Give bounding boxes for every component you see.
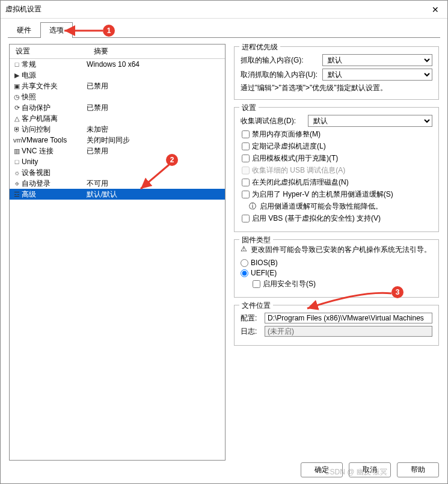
list-item[interactable]: ⛨访问控制未加密 — [10, 124, 225, 135]
chk-secureboot[interactable] — [253, 280, 260, 288]
item-name: 自动登录 — [20, 179, 87, 189]
settings-window: 虚拟机设置 ✕ 硬件 选项 设置 摘要 □常规Windows 10 x64▶电源… — [0, 0, 448, 484]
group-settings: 设置 收集调试信息(D): 默认 禁用内存页面修整(M) 定期记录虚拟机进度(L… — [234, 107, 439, 232]
list-item[interactable]: ◷快照 — [10, 91, 225, 102]
info-icon: ⓘ — [249, 201, 256, 212]
list-item[interactable]: ☼设备视图 — [10, 167, 225, 178]
label-debug: 收集调试信息(D): — [241, 116, 304, 126]
item-icon: □ — [10, 61, 20, 68]
item-summary: Windows 10 x64 — [87, 60, 225, 69]
chk-log[interactable] — [242, 142, 250, 150]
item-icon: ☲ — [10, 191, 20, 198]
item-icon: △ — [10, 115, 20, 123]
chk-template[interactable] — [242, 155, 250, 162]
chk-memtrim[interactable] — [242, 130, 250, 138]
group-priority-title: 进程优先级 — [239, 44, 280, 52]
item-summary: 默认/默认 — [87, 189, 225, 200]
chk-usb — [242, 167, 250, 174]
list-item[interactable]: ⟳自动保护已禁用 — [10, 102, 225, 113]
group-firmware: 固件类型 ⚠更改固件可能会导致已安装的客户机操作系统无法引导。 BIOS(B) … — [234, 239, 439, 298]
item-icon: ⛨ — [10, 126, 20, 133]
item-name: 快照 — [20, 92, 87, 102]
item-summary: 关闭时间同步 — [87, 135, 225, 146]
radio-uefi[interactable] — [241, 269, 248, 277]
item-summary: 未加密 — [87, 124, 225, 135]
item-name: 共享文件夹 — [20, 81, 87, 91]
item-icon: □ — [10, 158, 20, 165]
item-icon: vm — [10, 136, 20, 144]
window-title: 虚拟机设置 — [5, 4, 428, 14]
item-summary: 已禁用 — [87, 103, 225, 113]
list-item[interactable]: □Unity — [10, 156, 225, 167]
item-name: 常规 — [20, 60, 87, 70]
list-item[interactable]: □常规Windows 10 x64 — [10, 59, 225, 70]
list-item[interactable]: ▥VNC 连接已禁用 — [10, 146, 225, 156]
header-setting: 设置 — [10, 44, 90, 58]
chk-vbs[interactable] — [242, 215, 250, 222]
group-fileloc: 文件位置 配置: 日志: — [234, 305, 439, 346]
warn-icon: ⚠ — [241, 245, 247, 253]
marker-1: 1 — [103, 25, 115, 37]
input-config[interactable] — [265, 313, 432, 323]
item-summary: 不可用 — [87, 179, 225, 189]
list-item[interactable]: ▣共享文件夹已禁用 — [10, 81, 225, 91]
group-firmware-title: 固件类型 — [239, 235, 273, 245]
item-name: 自动保护 — [20, 103, 87, 113]
settings-list: 设置 摘要 □常规Windows 10 x64▶电源▣共享文件夹已禁用◷快照⟳自… — [9, 44, 226, 461]
tab-strip: 硬件 选项 — [1, 19, 447, 38]
ok-button[interactable]: 确定 — [301, 462, 343, 477]
select-ungrabbed[interactable]: 默认 — [322, 69, 432, 81]
group-priority: 进程优先级 抓取的输入内容(G): 默认 取消抓取的输入内容(U): 默认 通过… — [234, 46, 439, 100]
chk-clean[interactable] — [242, 179, 250, 186]
item-icon: ☼ — [10, 169, 20, 176]
group-settings-title: 设置 — [239, 103, 259, 113]
input-log — [265, 326, 432, 337]
item-name: 高级 — [20, 189, 87, 200]
label-config: 配置: — [241, 313, 261, 323]
list-item[interactable]: ⎆自动登录不可用 — [10, 178, 225, 189]
tab-hardware[interactable]: 硬件 — [8, 22, 40, 38]
select-grabbed[interactable]: 默认 — [322, 54, 432, 66]
item-summary: 已禁用 — [87, 81, 225, 91]
tab-options[interactable]: 选项 — [40, 22, 73, 38]
item-icon: ▶ — [10, 72, 20, 79]
label-grabbed: 抓取的输入内容(G): — [241, 55, 319, 66]
radio-bios[interactable] — [241, 259, 248, 267]
footer: 确定 取消 帮助 — [301, 462, 439, 477]
item-icon: ⟳ — [10, 104, 20, 112]
right-panel: 进程优先级 抓取的输入内容(G): 默认 取消抓取的输入内容(U): 默认 通过… — [234, 44, 439, 461]
cancel-button[interactable]: 取消 — [349, 462, 391, 477]
close-icon[interactable]: ✕ — [428, 2, 443, 17]
item-name: 设备视图 — [20, 168, 87, 178]
item-name: VMware Tools — [20, 136, 87, 144]
list-item[interactable]: △客户机隔离 — [10, 113, 225, 124]
item-name: Unity — [20, 158, 87, 166]
item-icon: ▥ — [10, 147, 20, 155]
list-item[interactable]: ☲高级默认/默认 — [10, 189, 225, 200]
item-name: 电源 — [20, 70, 87, 81]
item-name: 访问控制 — [20, 124, 87, 135]
label-log: 日志: — [241, 326, 261, 337]
help-button[interactable]: 帮助 — [397, 462, 439, 477]
item-icon: ▣ — [10, 82, 20, 90]
select-debug[interactable]: 默认 — [308, 115, 432, 127]
marker-2: 2 — [166, 154, 178, 166]
marker-3: 3 — [391, 286, 404, 298]
list-item[interactable]: vmVMware Tools关闭时间同步 — [10, 135, 225, 146]
chk-hyperv[interactable] — [242, 191, 250, 198]
item-name: VNC 连接 — [20, 146, 87, 156]
item-icon: ⎆ — [10, 180, 20, 187]
item-summary: 已禁用 — [87, 146, 225, 156]
header-summary: 摘要 — [90, 44, 225, 58]
label-ungrabbed: 取消抓取的输入内容(U): — [241, 70, 319, 80]
list-item[interactable]: ▶电源 — [10, 70, 225, 81]
priority-note: 通过"编辑">"首选项">"优先级"指定默认设置。 — [241, 83, 432, 93]
item-icon: ◷ — [10, 93, 20, 101]
list-header: 设置 摘要 — [10, 44, 225, 59]
titlebar: 虚拟机设置 ✕ — [1, 1, 447, 19]
item-name: 客户机隔离 — [20, 114, 87, 124]
group-fileloc-title: 文件位置 — [239, 301, 273, 311]
